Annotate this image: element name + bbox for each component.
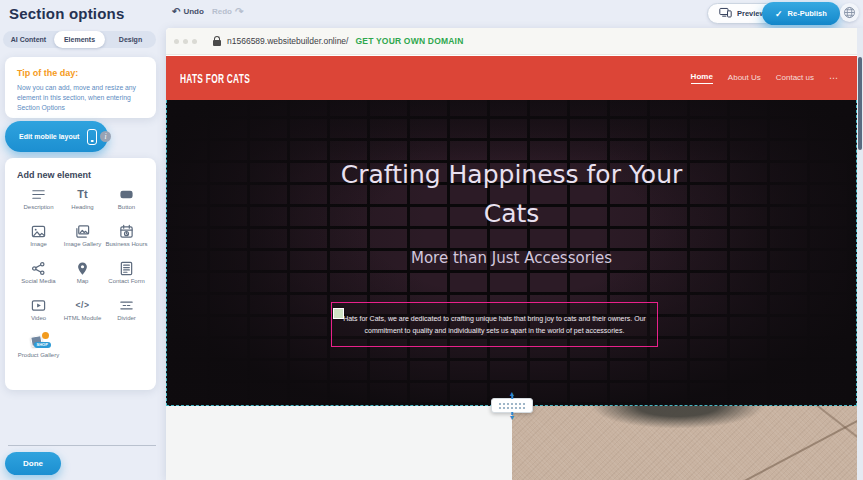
- undo-icon: ↶: [172, 8, 180, 16]
- description-icon: [17, 186, 60, 202]
- browser-address-bar: n1566589.websitebuilder.online/ GET YOUR…: [166, 28, 857, 55]
- info-icon[interactable]: i: [100, 131, 111, 142]
- element-map[interactable]: Map: [61, 260, 104, 293]
- devices-icon: [719, 7, 732, 20]
- add-element-title: Add new element: [17, 170, 148, 180]
- done-button[interactable]: Done: [5, 452, 61, 475]
- button-icon: [105, 186, 148, 202]
- element-drag-handle[interactable]: [333, 308, 344, 319]
- site-header: HATS FOR CATS Home About Us Contact us ⋯: [166, 56, 857, 100]
- browser-dot: [174, 39, 179, 44]
- resize-grip-dots: [498, 402, 526, 410]
- sidebar-divider: [8, 445, 156, 446]
- element-button[interactable]: Button: [105, 186, 148, 219]
- tip-of-the-day-card: Tip of the day: Now you can add, move an…: [5, 57, 156, 118]
- tip-body: Now you can add, move and resize any ele…: [17, 83, 144, 114]
- image-icon: [17, 223, 60, 239]
- edit-mobile-layout-label: Edit mobile layout: [19, 133, 79, 140]
- nav-about-us[interactable]: About Us: [728, 73, 761, 84]
- lock-icon: [213, 40, 221, 46]
- add-new-element-panel: Add new element Description Tt Heading B…: [5, 158, 156, 390]
- website-builder-app: Section options ↶ Undo Redo ↷ Preview ✓ …: [0, 0, 863, 480]
- element-business-hours[interactable]: Business Hours: [105, 223, 148, 256]
- pavement-seam: [801, 406, 857, 449]
- nav-home[interactable]: Home: [691, 72, 713, 84]
- republish-label: Re-Publish: [788, 9, 827, 18]
- pavement-photo: [512, 406, 857, 480]
- hero-section-selected[interactable]: Crafting Happiness for Your Cats More th…: [166, 100, 857, 406]
- element-image-gallery[interactable]: Image Gallery: [61, 223, 104, 256]
- heading-icon: Tt: [61, 186, 104, 202]
- preview-scrollbar-track[interactable]: [857, 28, 863, 480]
- nav-contact-us[interactable]: Contact us: [776, 73, 814, 84]
- republish-button[interactable]: ✓ Re-Publish: [762, 2, 840, 25]
- social-media-icon: [17, 260, 60, 276]
- element-contact-form[interactable]: Contact Form: [105, 260, 148, 293]
- shop-badge: SHOP: [34, 342, 51, 348]
- undo-label: Undo: [183, 7, 203, 16]
- site-preview-frame: n1566589.websitebuilder.online/ GET YOUR…: [166, 28, 863, 480]
- language-globe-button[interactable]: [840, 3, 859, 22]
- element-divider[interactable]: Divider: [105, 297, 148, 330]
- map-pin-icon: [61, 260, 104, 276]
- globe-icon: [843, 6, 856, 19]
- hero-text-element-selected[interactable]: Hats for Cats, we are dedicated to craft…: [331, 302, 658, 347]
- hero-heading[interactable]: Crafting Happiness for Your Cats: [322, 156, 702, 234]
- element-html-module[interactable]: </> HTML Module: [61, 297, 104, 330]
- page-title: Section options: [9, 5, 125, 22]
- sidebar-tabs: AI Content Elements Design: [3, 31, 156, 48]
- redo-button[interactable]: Redo ↷: [212, 7, 243, 16]
- site-url[interactable]: n1566589.websitebuilder.online/: [227, 36, 348, 46]
- top-toolbar: Section options ↶ Undo Redo ↷ Preview ✓ …: [0, 0, 863, 28]
- product-gallery-icon: SHOP: [17, 334, 60, 350]
- check-icon: ✓: [775, 9, 783, 19]
- image-gallery-icon: [61, 223, 104, 239]
- contact-form-icon: [105, 260, 148, 276]
- element-product-gallery[interactable]: SHOP Product Gallery: [17, 334, 60, 367]
- get-your-own-domain-link[interactable]: GET YOUR OWN DOMAIN: [355, 36, 463, 46]
- hero-body-text: Hats for Cats, we are dedicated to craft…: [341, 313, 648, 335]
- hero-subheading[interactable]: More than Just Accessories: [411, 249, 612, 267]
- element-description[interactable]: Description: [17, 186, 60, 219]
- edit-mobile-layout-button[interactable]: Edit mobile layout: [5, 121, 108, 152]
- html-module-icon: </>: [61, 297, 104, 313]
- element-social-media[interactable]: Social Media: [17, 260, 60, 293]
- site-nav: Home About Us Contact us ⋯: [691, 72, 839, 84]
- resize-arrow-down-icon: ▼: [509, 414, 516, 421]
- notification-badge: [42, 332, 49, 339]
- undo-button[interactable]: ↶ Undo: [172, 7, 204, 16]
- divider-icon: [105, 297, 148, 313]
- tab-design[interactable]: Design: [105, 31, 156, 48]
- redo-icon: ↷: [235, 8, 243, 16]
- element-heading[interactable]: Tt Heading: [61, 186, 104, 219]
- redo-label: Redo: [212, 7, 232, 16]
- element-grid: Description Tt Heading Button: [17, 186, 148, 367]
- tab-ai-content[interactable]: AI Content: [3, 31, 54, 48]
- section-resize-handle[interactable]: ▲ ▼: [491, 398, 533, 413]
- element-image[interactable]: Image: [17, 223, 60, 256]
- site-logo[interactable]: HATS FOR CATS: [180, 71, 250, 85]
- tab-elements[interactable]: Elements: [54, 31, 105, 48]
- video-icon: [17, 297, 60, 313]
- nav-more-icon[interactable]: ⋯: [829, 73, 839, 83]
- element-video[interactable]: Video: [17, 297, 60, 330]
- browser-dot: [183, 39, 188, 44]
- hero-content: Crafting Happiness for Your Cats More th…: [167, 100, 856, 405]
- smartphone-icon: [87, 129, 97, 145]
- browser-dot: [192, 39, 197, 44]
- preview-scrollbar-thumb[interactable]: [858, 57, 862, 150]
- site-page: n1566589.websitebuilder.online/ GET YOUR…: [166, 28, 857, 480]
- tip-title: Tip of the day:: [17, 68, 144, 78]
- business-hours-icon: [105, 223, 148, 239]
